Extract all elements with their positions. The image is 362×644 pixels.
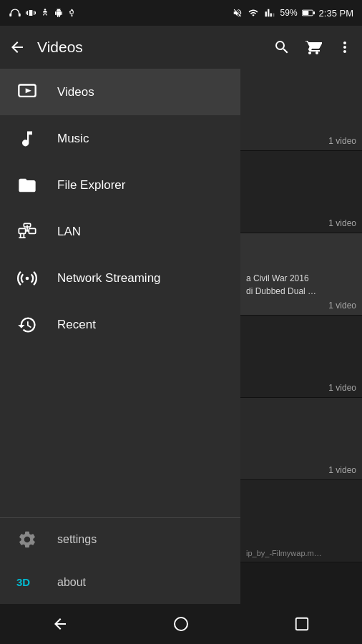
battery-icon (302, 9, 315, 17)
video-play-icon (14, 79, 40, 105)
status-left-icons (9, 8, 76, 18)
videos-label: Videos (57, 85, 94, 99)
video-count: 1 video (328, 465, 356, 475)
video-list: 1 video 1 video a Civil War 2016di Dubbe… (240, 69, 362, 604)
file-explorer-label: File Explorer (57, 178, 125, 192)
recent-label: Recent (57, 318, 96, 332)
video-count: 1 video (246, 301, 356, 311)
lan-icon (14, 219, 40, 245)
music-icon (14, 126, 40, 152)
search-button[interactable] (273, 39, 290, 56)
video-item[interactable]: 1 video (240, 316, 362, 398)
svg-rect-3 (273, 14, 274, 17)
status-right-info: 59% 2:35 PM (232, 8, 353, 19)
sidebar-item-recent[interactable]: Recent (0, 301, 240, 348)
about-item[interactable]: 3D about (0, 561, 240, 604)
svg-rect-0 (9, 14, 11, 16)
video-item[interactable]: 1 video (240, 69, 362, 151)
sidebar-item-lan[interactable]: LAN (0, 208, 240, 255)
filmywap-text: ip_by_-Filmywap.m… (246, 549, 356, 557)
status-bar: 59% 2:35 PM (0, 0, 362, 26)
recents-nav-button[interactable] (284, 606, 320, 642)
sidebar-item-file-explorer[interactable]: File Explorer (0, 162, 240, 208)
accessibility-icon (40, 8, 50, 18)
sidebar-item-network-streaming[interactable]: Network Streaming (0, 255, 240, 301)
video-count: 1 video (328, 218, 356, 228)
network-streaming-label: Network Streaming (57, 271, 161, 286)
main-content: 1 video 1 video a Civil War 2016di Dubbe… (0, 69, 362, 604)
svg-marker-8 (26, 88, 31, 93)
mute-icon (232, 8, 243, 18)
svg-rect-10 (29, 228, 35, 233)
svg-point-17 (26, 276, 29, 280)
video-item-civil-war[interactable]: a Civil War 2016di Dubbed Dual … 1 video (240, 233, 362, 316)
vibrate-icon (26, 8, 36, 18)
headphones-icon (9, 8, 21, 18)
home-nav-button[interactable] (163, 606, 199, 642)
svg-text:3D: 3D (16, 576, 30, 588)
battery-text: 59% (280, 8, 298, 18)
time-display: 2:35 PM (319, 8, 353, 19)
video-item[interactable]: 1 video (240, 151, 362, 233)
sidebar-item-music[interactable]: Music (0, 115, 240, 162)
settings-label: settings (57, 533, 97, 546)
settings-item[interactable]: settings (0, 518, 240, 561)
signal-icon (248, 8, 259, 18)
video-item-filmywap[interactable]: ip_by_-Filmywap.m… (240, 480, 362, 562)
drawer-menu: Videos Music File Explorer (0, 69, 240, 517)
svg-rect-6 (313, 11, 315, 14)
folder-icon (14, 172, 40, 198)
usb-icon (67, 8, 76, 18)
video-count: 1 video (328, 136, 356, 146)
recent-icon (14, 312, 40, 338)
page-title: Videos (37, 39, 273, 56)
about-label: about (57, 576, 86, 589)
network-streaming-icon (14, 265, 40, 291)
android-icon (54, 8, 63, 18)
svg-rect-5 (303, 11, 308, 15)
back-button[interactable] (9, 39, 26, 56)
svg-point-2 (44, 9, 46, 10)
civil-war-text: a Civil War 2016di Dubbed Dual … (246, 272, 356, 298)
svg-rect-20 (295, 618, 308, 630)
drawer-bottom: settings 3D about (0, 517, 240, 604)
toolbar: Videos (0, 26, 362, 69)
navigation-drawer: Videos Music File Explorer (0, 69, 240, 604)
video-item[interactable]: 1 video (240, 398, 362, 480)
svg-point-19 (175, 618, 187, 630)
threed-icon: 3D (14, 570, 40, 595)
back-nav-button[interactable] (42, 606, 78, 642)
lan-label: LAN (57, 225, 81, 239)
video-count: 1 video (328, 383, 356, 393)
sidebar-item-videos[interactable]: Videos (0, 69, 240, 115)
lte-icon (263, 8, 276, 18)
svg-rect-9 (19, 228, 25, 233)
toolbar-actions (273, 39, 353, 56)
navigation-bar (0, 604, 362, 644)
svg-rect-1 (19, 14, 21, 16)
cart-button[interactable] (305, 39, 322, 56)
music-label: Music (57, 132, 89, 146)
more-button[interactable] (336, 39, 353, 56)
settings-icon (14, 527, 40, 552)
